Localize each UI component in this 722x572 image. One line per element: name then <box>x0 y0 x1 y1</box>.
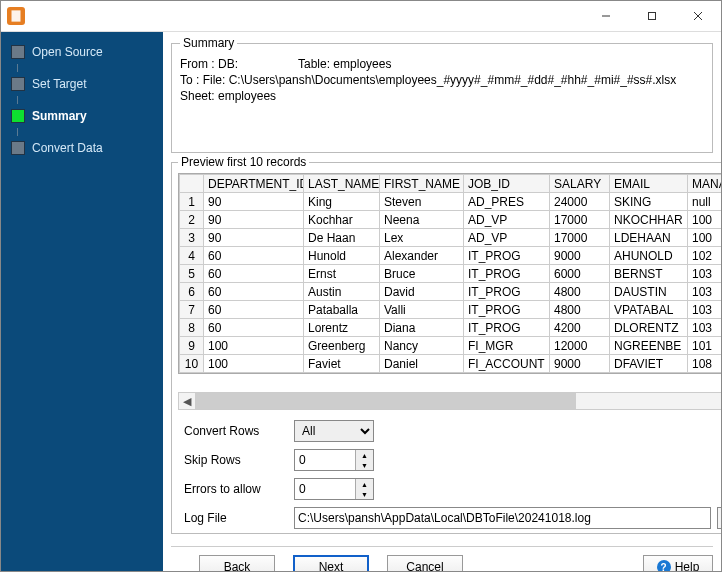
table-cell[interactable]: 60 <box>204 301 304 319</box>
column-header[interactable]: EMAIL <box>610 175 688 193</box>
table-cell[interactable]: AHUNOLD <box>610 247 688 265</box>
table-row[interactable]: 10100FavietDanielFI_ACCOUNT9000DFAVIET10… <box>180 355 722 373</box>
table-cell[interactable]: 9000 <box>550 247 610 265</box>
table-row[interactable]: 390De HaanLexAD_VP17000LDEHAAN100 <box>180 229 722 247</box>
errors-spinner[interactable]: ▲ ▼ <box>294 478 374 500</box>
table-cell[interactable]: 60 <box>204 247 304 265</box>
table-cell[interactable]: David <box>380 283 464 301</box>
table-cell[interactable]: Valli <box>380 301 464 319</box>
table-cell[interactable]: null <box>688 193 722 211</box>
table-cell[interactable]: 103 <box>688 319 722 337</box>
table-row[interactable]: 9100GreenbergNancyFI_MGR12000NGREENBE101 <box>180 337 722 355</box>
spin-up-icon[interactable]: ▲ <box>356 479 373 489</box>
minimize-button[interactable] <box>583 1 629 31</box>
spin-down-icon[interactable]: ▼ <box>356 460 373 470</box>
table-cell[interactable]: Faviet <box>304 355 380 373</box>
table-cell[interactable]: 90 <box>204 211 304 229</box>
column-header[interactable]: FIRST_NAME <box>380 175 464 193</box>
table-cell[interactable]: AD_VP <box>464 229 550 247</box>
maximize-button[interactable] <box>629 1 675 31</box>
table-cell[interactable]: 108 <box>688 355 722 373</box>
table-cell[interactable]: BERNST <box>610 265 688 283</box>
table-cell[interactable]: IT_PROG <box>464 283 550 301</box>
table-row[interactable]: 190KingStevenAD_PRES24000SKINGnull <box>180 193 722 211</box>
table-cell[interactable]: 9000 <box>550 355 610 373</box>
table-cell[interactable]: Austin <box>304 283 380 301</box>
table-cell[interactable]: AD_VP <box>464 211 550 229</box>
table-row[interactable]: 290KochharNeenaAD_VP17000NKOCHHAR100 <box>180 211 722 229</box>
table-cell[interactable]: Bruce <box>380 265 464 283</box>
table-cell[interactable]: 4800 <box>550 283 610 301</box>
table-row[interactable]: 460HunoldAlexanderIT_PROG9000AHUNOLD102 <box>180 247 722 265</box>
column-header[interactable]: DEPARTMENT_ID <box>204 175 304 193</box>
skip-rows-input[interactable] <box>295 450 355 470</box>
table-cell[interactable]: 103 <box>688 301 722 319</box>
table-cell[interactable]: IT_PROG <box>464 247 550 265</box>
skip-rows-spinner[interactable]: ▲ ▼ <box>294 449 374 471</box>
scroll-thumb[interactable] <box>195 393 576 409</box>
horizontal-scrollbar[interactable]: ◀ ▶ <box>178 392 721 410</box>
table-cell[interactable]: 90 <box>204 229 304 247</box>
table-cell[interactable]: Alexander <box>380 247 464 265</box>
column-header[interactable]: JOB_ID <box>464 175 550 193</box>
table-cell[interactable]: 100 <box>688 229 722 247</box>
table-cell[interactable]: 60 <box>204 283 304 301</box>
column-header[interactable]: LAST_NAME <box>304 175 380 193</box>
nav-step-set-target[interactable]: Set Target <box>1 72 163 96</box>
scroll-left-arrow[interactable]: ◀ <box>179 393 195 409</box>
table-cell[interactable]: LDEHAAN <box>610 229 688 247</box>
table-cell[interactable]: Greenberg <box>304 337 380 355</box>
table-cell[interactable]: Lorentz <box>304 319 380 337</box>
table-cell[interactable]: 6000 <box>550 265 610 283</box>
table-cell[interactable]: 4200 <box>550 319 610 337</box>
spin-up-icon[interactable]: ▲ <box>356 450 373 460</box>
table-cell[interactable]: NGREENBE <box>610 337 688 355</box>
table-cell[interactable]: King <box>304 193 380 211</box>
table-cell[interactable]: DLORENTZ <box>610 319 688 337</box>
column-header[interactable]: MANAG <box>688 175 722 193</box>
column-header[interactable]: SALARY <box>550 175 610 193</box>
cancel-button[interactable]: Cancel <box>387 555 463 571</box>
nav-step-summary[interactable]: Summary <box>1 104 163 128</box>
convert-rows-select[interactable]: All <box>294 420 374 442</box>
table-cell[interactable]: 100 <box>204 337 304 355</box>
table-cell[interactable]: 17000 <box>550 229 610 247</box>
back-button[interactable]: Back <box>199 555 275 571</box>
table-row[interactable]: 660AustinDavidIT_PROG4800DAUSTIN103 <box>180 283 722 301</box>
table-cell[interactable]: FI_ACCOUNT <box>464 355 550 373</box>
table-cell[interactable]: IT_PROG <box>464 319 550 337</box>
spin-down-icon[interactable]: ▼ <box>356 489 373 499</box>
table-cell[interactable]: DAUSTIN <box>610 283 688 301</box>
nav-step-convert-data[interactable]: Convert Data <box>1 136 163 160</box>
table-cell[interactable]: AD_PRES <box>464 193 550 211</box>
logfile-input[interactable] <box>294 507 711 529</box>
table-cell[interactable]: 4800 <box>550 301 610 319</box>
table-cell[interactable]: 60 <box>204 319 304 337</box>
table-cell[interactable]: DFAVIET <box>610 355 688 373</box>
table-cell[interactable]: IT_PROG <box>464 265 550 283</box>
errors-input[interactable] <box>295 479 355 499</box>
table-cell[interactable]: 100 <box>204 355 304 373</box>
table-cell[interactable]: Lex <box>380 229 464 247</box>
table-cell[interactable]: Hunold <box>304 247 380 265</box>
next-button[interactable]: Next <box>293 555 369 571</box>
table-cell[interactable]: 102 <box>688 247 722 265</box>
table-cell[interactable]: 100 <box>688 211 722 229</box>
table-cell[interactable]: Steven <box>380 193 464 211</box>
table-cell[interactable]: SKING <box>610 193 688 211</box>
close-button[interactable] <box>675 1 721 31</box>
table-cell[interactable]: NKOCHHAR <box>610 211 688 229</box>
table-cell[interactable]: De Haan <box>304 229 380 247</box>
table-cell[interactable]: Diana <box>380 319 464 337</box>
table-cell[interactable]: 101 <box>688 337 722 355</box>
table-cell[interactable]: FI_MGR <box>464 337 550 355</box>
table-cell[interactable]: Kochhar <box>304 211 380 229</box>
table-cell[interactable]: 12000 <box>550 337 610 355</box>
table-cell[interactable]: 60 <box>204 265 304 283</box>
table-row[interactable]: 760PataballaValliIT_PROG4800VPATABAL103 <box>180 301 722 319</box>
table-cell[interactable]: 90 <box>204 193 304 211</box>
table-row[interactable]: 560ErnstBruceIT_PROG6000BERNST103 <box>180 265 722 283</box>
table-cell[interactable]: Neena <box>380 211 464 229</box>
table-cell[interactable]: 103 <box>688 265 722 283</box>
table-cell[interactable]: 103 <box>688 283 722 301</box>
